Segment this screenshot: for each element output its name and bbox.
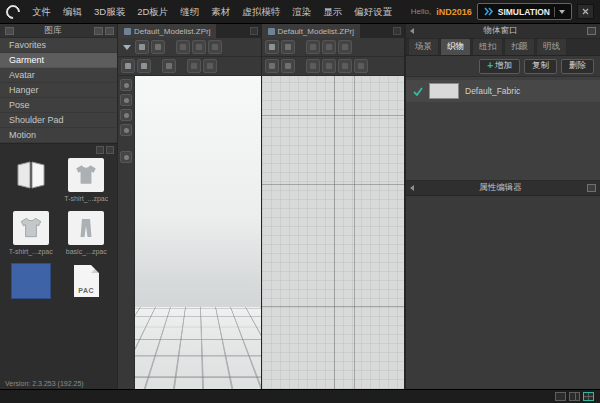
library-item-basic-pants[interactable]: basic_...zpac xyxy=(61,210,113,256)
menu-material[interactable]: 素材 xyxy=(205,0,236,24)
menubar: 文件 编辑 3D服装 2D板片 缝纫 素材 虚拟模特 渲染 显示 偏好设置 He… xyxy=(0,0,600,24)
avatar-show-icon[interactable] xyxy=(120,79,132,91)
username-label: iND2016 xyxy=(436,7,472,17)
layout-single-icon[interactable] xyxy=(555,392,566,401)
undock-icon[interactable] xyxy=(393,27,401,35)
sidebar-item-shoulder-pad[interactable]: Shoulder Pad xyxy=(0,113,117,128)
3d-canvas[interactable] xyxy=(135,76,261,389)
object-window-title: 物体窗口 xyxy=(417,25,584,37)
avatar-skin-icon[interactable] xyxy=(120,94,132,106)
viewport-3d-header-tools xyxy=(247,24,261,38)
3d-toolbar-icon-10[interactable] xyxy=(203,59,217,73)
gizmo-dropdown-icon[interactable] xyxy=(121,40,133,54)
thumbnail-card xyxy=(13,211,49,245)
viewport-3d-header: Default_Modelist.ZPrj xyxy=(118,24,261,38)
app-logo-icon xyxy=(3,2,23,22)
3d-toolbar-icon-1[interactable] xyxy=(135,40,149,54)
library-item-tshirt-1[interactable]: T-shirt_...zpac xyxy=(61,157,113,203)
2d-toolbar-icon-5[interactable] xyxy=(338,40,352,54)
2d-toolbar-icon-1[interactable] xyxy=(265,40,279,54)
pants-icon xyxy=(74,215,98,241)
copy-fabric-button[interactable]: 复制 xyxy=(524,59,557,74)
edit-icon[interactable] xyxy=(94,27,103,35)
3d-toolbar-icon-8[interactable] xyxy=(162,59,176,73)
thumbnail-card xyxy=(68,211,104,245)
menu-edit[interactable]: 编辑 xyxy=(57,0,88,24)
3d-toolbar-icon-7[interactable] xyxy=(137,59,151,73)
sidebar-item-hanger[interactable]: Hanger xyxy=(0,83,117,98)
menu-2d-pattern[interactable]: 2D板片 xyxy=(131,0,174,24)
tab-scene[interactable]: 场景 xyxy=(408,38,439,55)
open-folder-icon xyxy=(15,160,47,190)
2d-toolbar-icon-8[interactable] xyxy=(306,59,320,73)
thumbnail-card xyxy=(68,158,104,192)
tab-button[interactable]: 纽扣 xyxy=(472,38,503,55)
project-file-icon xyxy=(268,28,275,35)
menu-render[interactable]: 渲染 xyxy=(286,0,317,24)
library-thumbnail-grid: T-shirt_...zpac T-shirt_...zpac xyxy=(0,143,117,389)
fabric-actions: + 增加 复制 删除 xyxy=(406,56,600,77)
library-item-parent-folder[interactable] xyxy=(5,157,57,203)
sidebar-item-pose[interactable]: Pose xyxy=(0,98,117,113)
2d-toolbar-icon-9[interactable] xyxy=(322,59,336,73)
2d-canvas[interactable] xyxy=(262,76,405,389)
property-editor-title: 属性编辑器 xyxy=(417,182,584,194)
grid-view-icon[interactable] xyxy=(96,146,104,154)
3d-toolbar-icon-2[interactable] xyxy=(151,40,165,54)
2d-toolbar-icon-6[interactable] xyxy=(265,59,279,73)
tab-fabric[interactable]: 织物 xyxy=(440,38,471,55)
3d-toolbar-icon-9[interactable] xyxy=(187,59,201,73)
main-area: 图库 Favorites Garment Avatar Hanger Pose … xyxy=(0,24,600,389)
2d-toolbar-icon-2[interactable] xyxy=(281,40,295,54)
2d-toolbar-icon-4[interactable] xyxy=(322,40,336,54)
menu-preferences[interactable]: 偏好设置 xyxy=(348,0,398,24)
tab-topstitch[interactable]: 明线 xyxy=(536,38,567,55)
avatar-mesh-icon[interactable] xyxy=(120,109,132,121)
2d-toolbar-icon-3[interactable] xyxy=(306,40,320,54)
float-panel-icon[interactable] xyxy=(587,27,596,35)
ground-grid xyxy=(135,307,261,389)
library-item-pac-file[interactable]: PAC xyxy=(61,263,113,309)
2d-toolbar-icon-7[interactable] xyxy=(281,59,295,73)
menu-sewing[interactable]: 缝纫 xyxy=(174,0,205,24)
3d-toolbar-icon-5[interactable] xyxy=(208,40,222,54)
undock-icon[interactable] xyxy=(250,27,258,35)
library-item-fabric-swatch[interactable] xyxy=(5,263,57,309)
2d-toolbar-icon-11[interactable] xyxy=(354,59,368,73)
detail-view-icon[interactable] xyxy=(106,146,114,154)
collapse-left-icon[interactable] xyxy=(410,28,414,34)
tab-buttonhole[interactable]: 扣眼 xyxy=(504,38,535,55)
close-icon[interactable] xyxy=(577,4,594,19)
pin-icon[interactable] xyxy=(105,27,114,35)
viewport-2d-tab[interactable]: Default_Modelist.ZPrj xyxy=(262,24,360,38)
status-bar xyxy=(0,389,600,403)
float-panel-icon[interactable] xyxy=(587,184,596,192)
library-item-tshirt-2[interactable]: T-shirt_...zpac xyxy=(5,210,57,256)
layout-split-icon[interactable] xyxy=(569,392,580,401)
delete-fabric-button[interactable]: 删除 xyxy=(561,59,594,74)
3d-toolbar-icon-3[interactable] xyxy=(176,40,190,54)
list-view-icon[interactable] xyxy=(5,27,14,35)
layout-grid-icon[interactable] xyxy=(583,392,594,401)
sidebar-item-favorites[interactable]: Favorites xyxy=(0,38,117,53)
sidebar-item-motion[interactable]: Motion xyxy=(0,128,117,143)
thumbnail-view-tools xyxy=(96,146,114,154)
fabric-list-item[interactable]: Default_Fabric xyxy=(406,80,600,102)
sidebar-item-garment[interactable]: Garment xyxy=(0,53,117,68)
tshirt-icon xyxy=(18,215,44,241)
library-panel: 图库 Favorites Garment Avatar Hanger Pose … xyxy=(0,24,118,389)
3d-toolbar-icon-4[interactable] xyxy=(192,40,206,54)
menu-3d-garment[interactable]: 3D服装 xyxy=(88,0,131,24)
sidebar-item-avatar[interactable]: Avatar xyxy=(0,68,117,83)
avatar-bounding-icon[interactable] xyxy=(120,124,132,136)
viewport-3d-tab[interactable]: Default_Modelist.ZPrj xyxy=(118,24,216,38)
3d-toolbar-icon-6[interactable] xyxy=(121,59,135,73)
menu-file[interactable]: 文件 xyxy=(26,0,57,24)
menu-avatar[interactable]: 虚拟模特 xyxy=(236,0,286,24)
arrangement-points-icon[interactable] xyxy=(120,151,132,163)
2d-toolbar-icon-10[interactable] xyxy=(338,59,352,73)
add-fabric-button[interactable]: + 增加 xyxy=(479,59,520,74)
simulation-button[interactable]: SIMULATION xyxy=(477,3,572,20)
collapse-left-icon[interactable] xyxy=(410,185,414,191)
menu-display[interactable]: 显示 xyxy=(317,0,348,24)
